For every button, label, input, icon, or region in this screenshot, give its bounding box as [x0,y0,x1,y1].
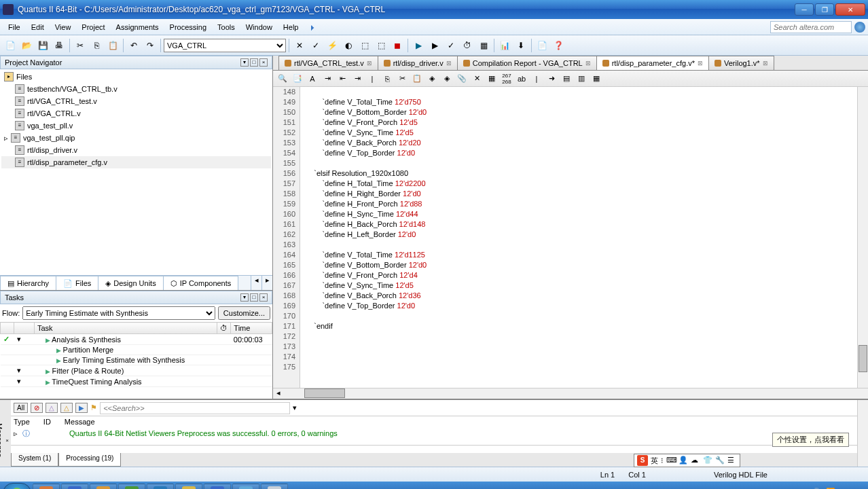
editor-tab[interactable]: Verilog1.v*⊠ [708,56,774,70]
dock-icon[interactable]: □ [250,293,258,302]
msg-info-icon[interactable]: ▶ [75,403,88,413]
paste-icon[interactable]: 📋 [410,72,424,86]
arrow-icon[interactable]: ➜ [545,72,558,86]
close-panel-icon[interactable]: × [259,58,268,67]
scroll-thumb[interactable] [304,388,345,398]
taskbar-app[interactable] [147,484,174,489]
tab-close-icon[interactable]: ⊠ [367,60,372,67]
hscroll-msg[interactable] [11,445,857,453]
undo-icon[interactable]: ↶ [126,38,141,53]
taskbar-app[interactable] [175,484,202,489]
menu-window[interactable]: Window [240,21,278,33]
tree-file[interactable]: ≡rtl/VGA_CTRL_test.v [1,95,271,107]
close-button[interactable]: ✕ [835,3,865,16]
taskbar-app[interactable] [90,484,117,489]
file-tree[interactable]: ▸Files ≡testbench/VGA_CTRL_tb.v≡rtl/VGA_… [0,69,272,275]
tool-icon[interactable]: ◐ [341,38,356,53]
search-input[interactable] [770,21,852,33]
dock-icon[interactable]: □ [250,58,258,67]
tab-close-icon[interactable]: ⊠ [763,60,768,67]
menu-project[interactable]: Project [76,21,110,33]
tab-next-icon[interactable]: ▸ [261,276,272,290]
msg-flag-icon[interactable]: ⚑ [90,403,97,412]
flow-select[interactable]: Early Timing Estimate with Synthesis [22,306,215,320]
menu-extra-icon[interactable]: ⏵ [304,21,322,33]
taskbar-app[interactable] [118,484,145,489]
tree-file[interactable]: ≡vga_test_pll.v [1,120,271,132]
maximize-button[interactable]: ❐ [815,3,834,16]
wand-icon[interactable]: ⚡ [325,38,340,53]
editor-tab[interactable]: Compilation Report - VGA_CTRL⊠ [457,56,597,70]
tool2-icon[interactable]: ⬚ [357,38,372,53]
vertical-scrollbar[interactable] [857,87,868,388]
globe-icon[interactable] [854,22,865,33]
task-row[interactable]: ▾▶ TimeQuest Timing Analysis [1,376,272,387]
compile-icon[interactable]: ▶ [427,38,442,53]
tab-prev-icon[interactable]: ◂ [251,276,261,290]
menu-help[interactable]: Help [278,21,304,33]
close-panel-icon[interactable]: × [259,293,268,302]
scroll-thumb[interactable] [858,345,867,372]
ime-tool-icon[interactable]: 🔧 [715,456,725,465]
pin-icon[interactable]: ▾ [240,293,249,302]
task-row[interactable]: ▶ Early Timing Estimate with Synthesis [1,355,272,365]
taskbar-app[interactable] [33,484,60,489]
task-row[interactable]: ✓▾▶ Analysis & Synthesis00:00:03 [1,334,272,345]
indent-icon[interactable]: ⇥ [321,72,334,86]
outdent-icon[interactable]: ⇤ [336,72,349,86]
tab-processing[interactable]: Processing (19) [58,453,121,467]
editor-tab[interactable]: rtl/disp_parameter_cfg.v*⊠ [596,56,709,70]
check-icon[interactable]: ✓ [308,38,323,53]
ime-cloud-icon[interactable]: ☁ [691,456,700,465]
start-button[interactable] [3,483,31,489]
tab-files[interactable]: 📄 Files [56,276,98,290]
ime-punct-icon[interactable]: ⁝ [661,456,664,465]
expand-icon[interactable]: ▹ [14,429,18,437]
tree-file[interactable]: ▹ ≡vga_test_pll.qip [1,132,271,144]
editor-tab[interactable]: rtl/disp_driver.v⊠ [378,56,458,70]
msg-warn-icon[interactable]: △ [46,403,58,413]
doc-icon[interactable]: 📄 [535,38,549,53]
tree-file[interactable]: ≡rtl/disp_parameter_cfg.v [1,156,271,168]
task-row[interactable]: ▶ Partition Merge [1,345,272,355]
tasks-grid[interactable]: Task⏱Time ✓▾▶ Analysis & Synthesis00:00:… [0,322,272,399]
layout2-icon[interactable]: ▥ [575,72,588,86]
az-icon[interactable]: A [306,72,319,86]
module-select[interactable]: VGA_CTRL [164,39,286,52]
ime-skin-icon[interactable]: 👕 [703,456,712,465]
taskbar-app[interactable] [232,484,259,489]
tab-ip[interactable]: ⬡ IP Components [163,276,239,290]
report-icon[interactable]: 📊 [497,38,512,53]
play-icon[interactable]: ▶ [411,38,426,53]
tool3-icon[interactable]: ⬚ [374,38,388,53]
code-content[interactable]: `define V_Total_Time 12'd750 `define V_B… [300,87,857,388]
tab-design-units[interactable]: ◈ Design Units [98,276,163,290]
tab-close-icon[interactable]: ⊠ [698,60,703,67]
copy-icon[interactable]: ⎘ [380,72,394,86]
timing-icon[interactable]: ⏱ [460,38,475,53]
ime-user-icon[interactable]: 👤 [679,456,688,465]
analyze-icon[interactable]: ✓ [444,38,458,53]
layout3-icon[interactable]: ▦ [590,72,603,86]
chip-icon[interactable]: ▦ [476,38,491,53]
ab-icon[interactable]: ab [515,72,528,86]
ime-menu-icon[interactable]: ☰ [727,456,737,465]
num-icon[interactable]: 267268 [500,72,513,86]
paste-icon[interactable]: 📋 [105,38,120,53]
tree-file[interactable]: ≡rtl/disp_driver.v [1,144,271,156]
print-icon[interactable]: 🖶 [52,38,67,53]
redo-icon[interactable]: ↷ [143,38,158,53]
tab-hierarchy[interactable]: ▤ Hierarchy [0,276,56,290]
cut-icon[interactable]: ✂ [73,38,88,53]
menu-edit[interactable]: Edit [26,21,50,33]
tooltip[interactable]: 个性设置，点我看看 [772,433,849,447]
stop-icon[interactable]: ◼ [390,38,405,53]
bookmark-icon[interactable]: 📑 [291,72,304,86]
find-icon[interactable]: 🔍 [276,72,289,86]
ime-kb-icon[interactable]: ⌨ [666,456,676,465]
task-row[interactable]: ▾▶ Fitter (Place & Route) [1,365,272,376]
taskbar-app[interactable] [261,484,288,489]
layout1-icon[interactable]: ▤ [560,72,573,86]
save-icon[interactable]: 💾 [35,38,50,53]
tool2-icon[interactable]: ◈ [440,72,454,86]
